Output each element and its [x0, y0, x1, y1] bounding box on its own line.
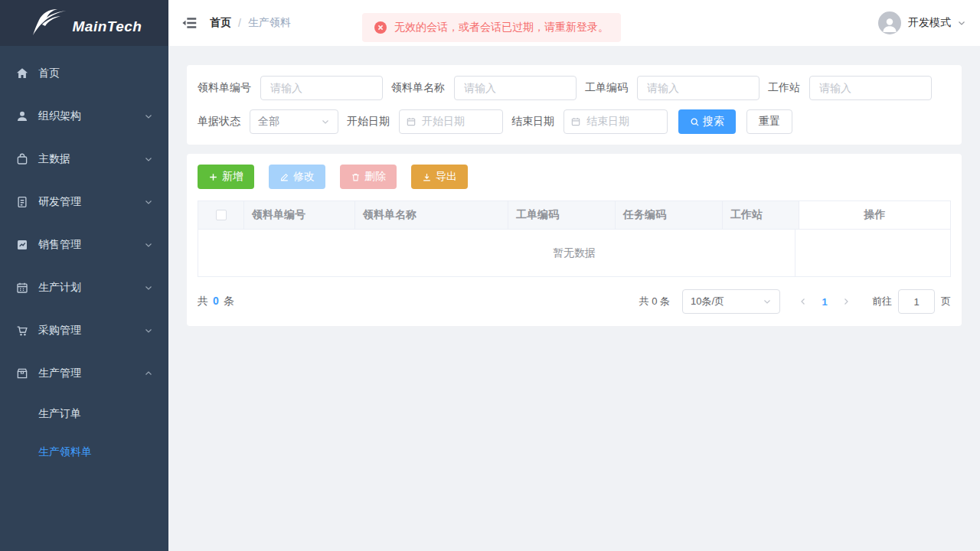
status-select-value: 全部	[258, 115, 321, 129]
chevron-down-icon	[321, 117, 330, 126]
error-toast: 无效的会话，或者会话已过期，请重新登录。	[362, 13, 621, 42]
sidebar-item-label: 研发管理	[38, 195, 81, 209]
user-icon	[15, 109, 29, 123]
sidebar-subitem-production-picking[interactable]: 生产领料单	[0, 433, 168, 471]
chevron-down-icon	[144, 155, 153, 164]
search-button[interactable]: 搜索	[678, 109, 736, 134]
filter-end-date: 结束日期 结束日期	[511, 109, 668, 134]
prev-page-button[interactable]	[792, 291, 814, 312]
select-all-checkbox[interactable]	[216, 210, 227, 220]
pagination-controls: 共 0 条 10条/页 1	[639, 289, 951, 314]
filter-receipt-name: 领料单名称	[391, 76, 577, 100]
chart-icon	[15, 238, 29, 252]
plus-icon	[208, 172, 218, 182]
table-header-work-order: 工单编码	[508, 201, 616, 229]
next-page-button[interactable]	[835, 291, 857, 312]
sidebar-item-label: 组织架构	[38, 109, 81, 123]
start-date-picker[interactable]: 开始日期	[399, 109, 503, 134]
cart-icon	[15, 324, 29, 337]
error-circle-icon	[374, 21, 387, 34]
edit-button[interactable]: 修改	[269, 165, 325, 189]
work-order-input[interactable]	[637, 76, 760, 100]
total-suffix: 条	[224, 295, 234, 307]
sidebar-item-label: 首页	[38, 67, 60, 80]
filter-row-2: 单据状态 全部 开始日期 开始日期 结束日期	[198, 109, 951, 134]
status-select[interactable]: 全部	[250, 109, 338, 134]
sidebar-item-production-plan[interactable]: 生产计划	[0, 266, 168, 309]
sidebar-item-label: 采购管理	[38, 324, 81, 337]
table-header-receipt-no: 领料单编号	[244, 201, 355, 229]
sidebar-item-master-data[interactable]: 主数据	[0, 138, 168, 181]
breadcrumb-separator: /	[238, 17, 241, 29]
main-area: 首页 / 生产领料 无效的会话，或者会话已过期，请重新登录。 开发模式	[168, 0, 980, 551]
goto-label: 前往	[872, 295, 892, 308]
total-prefix: 共	[198, 295, 208, 307]
avatar	[878, 11, 901, 34]
sidebar-menu: 首页 组织架构 主数据 研发管理 销售管理	[0, 46, 168, 471]
table-header-actions: 操作	[799, 201, 950, 229]
sidebar-item-organization[interactable]: 组织架构	[0, 95, 168, 138]
end-date-placeholder: 结束日期	[586, 115, 629, 129]
total-count-right: 共 0 条	[639, 295, 670, 308]
chevron-down-icon	[763, 297, 772, 306]
delete-button-label: 删除	[364, 170, 386, 184]
sidebar-item-purchasing[interactable]: 采购管理	[0, 309, 168, 352]
user-mode-label: 开发模式	[908, 16, 951, 30]
logo-swoosh-icon	[27, 8, 70, 38]
workstation-label: 工作站	[768, 81, 800, 95]
sidebar-subitem-production-orders[interactable]: 生产订单	[0, 395, 168, 433]
breadcrumb-home[interactable]: 首页	[210, 16, 231, 30]
status-label: 单据状态	[198, 115, 240, 129]
export-button-label: 导出	[436, 170, 457, 184]
chevron-down-icon	[144, 240, 153, 249]
add-button[interactable]: 新增	[198, 165, 254, 189]
filter-row-1: 领料单编号 领料单名称 工单编码 工作站	[198, 76, 951, 100]
calendar-icon	[406, 116, 416, 127]
table-toolbar: 新增 修改 删除 导出	[198, 165, 951, 189]
sidebar-item-home[interactable]: 首页	[0, 52, 168, 95]
table-header-workstation: 工作站	[723, 201, 799, 229]
filter-work-order: 工单编码	[585, 76, 760, 100]
user-menu[interactable]: 开发模式	[878, 11, 966, 34]
sidebar-subitem-label: 生产领料单	[38, 445, 92, 459]
document-icon	[15, 195, 29, 209]
add-button-label: 新增	[222, 170, 243, 184]
end-date-picker[interactable]: 结束日期	[564, 109, 668, 134]
export-button[interactable]: 导出	[411, 165, 468, 189]
filter-card: 领料单编号 领料单名称 工单编码 工作站	[187, 65, 962, 145]
table-card: 新增 修改 删除 导出	[187, 154, 962, 326]
sidebar-item-production-mgmt[interactable]: 生产管理	[0, 352, 168, 395]
sidebar-item-sales[interactable]: 销售管理	[0, 223, 168, 266]
chevron-down-icon	[144, 197, 153, 207]
table-body: 暂无数据	[198, 229, 950, 277]
error-toast-text: 无效的会话，或者会话已过期，请重新登录。	[394, 21, 609, 34]
receipt-no-input[interactable]	[260, 76, 383, 100]
reset-button[interactable]: 重置	[746, 109, 792, 134]
sidebar-item-label: 主数据	[38, 152, 70, 166]
app-root: MainTech 首页 组织架构 主数据 研发管理	[0, 0, 980, 551]
avatar-user-icon	[880, 15, 899, 34]
sidebar-item-rnd[interactable]: 研发管理	[0, 181, 168, 223]
filter-workstation: 工作站	[768, 76, 932, 100]
filter-status: 单据状态 全部	[198, 109, 338, 134]
page-size-value: 10条/页	[691, 295, 763, 308]
breadcrumb-current: 生产领料	[248, 16, 291, 30]
table-header-select	[198, 201, 244, 229]
work-order-label: 工单编码	[585, 81, 628, 95]
pager: 1	[792, 291, 857, 312]
box-icon	[15, 367, 29, 380]
sidebar-fold-icon[interactable]	[181, 15, 198, 31]
goto-suffix: 页	[941, 295, 951, 308]
search-button-label: 搜索	[703, 115, 724, 129]
goto-page-input[interactable]	[898, 289, 935, 314]
receipt-name-input[interactable]	[454, 76, 577, 100]
breadcrumb: 首页 / 生产领料	[210, 16, 291, 30]
page-size-select[interactable]: 10条/页	[682, 289, 780, 314]
page-number-1[interactable]: 1	[814, 291, 835, 312]
bag-icon	[15, 152, 29, 166]
edit-button-label: 修改	[293, 170, 315, 184]
delete-button[interactable]: 删除	[340, 165, 397, 189]
table-header-task-code: 任务编码	[616, 201, 723, 229]
workstation-input[interactable]	[809, 76, 932, 100]
topbar: 首页 / 生产领料 无效的会话，或者会话已过期，请重新登录。 开发模式	[168, 0, 980, 46]
